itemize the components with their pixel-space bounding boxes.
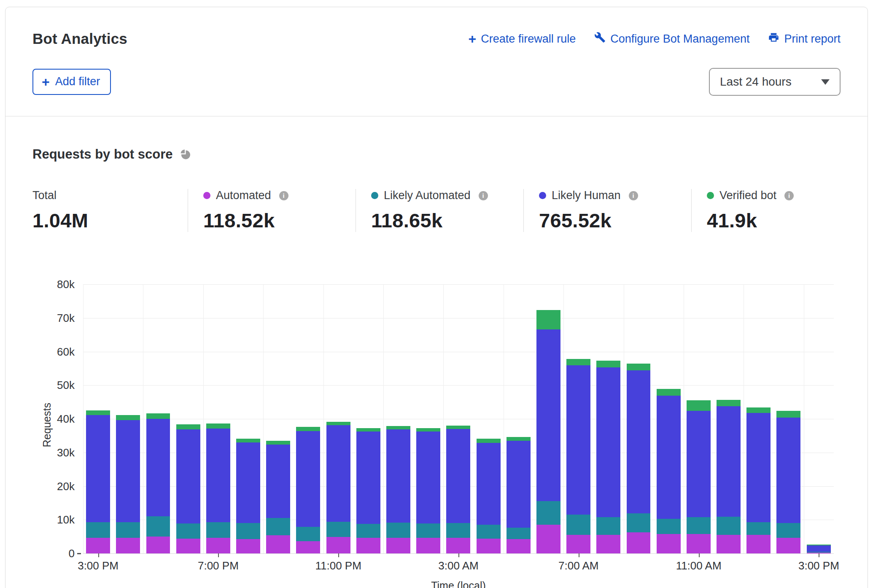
bar-segment-likely-human xyxy=(566,365,590,515)
chart-bar[interactable] xyxy=(86,410,110,553)
axis-tick xyxy=(338,553,339,557)
bar-slot xyxy=(323,284,353,553)
stat-block-verified-bot: Verified boti41.9k xyxy=(691,189,841,232)
bar-segment-likely-automated xyxy=(507,528,531,539)
axis-tick xyxy=(819,553,819,557)
bar-segment-likely-automated xyxy=(477,525,501,539)
stat-block-likely-automated: Likely Automatedi118.65k xyxy=(356,189,523,232)
chart-bar[interactable] xyxy=(536,310,560,553)
bar-segment-likely-automated xyxy=(86,522,110,538)
chart-bar[interactable] xyxy=(266,441,290,553)
bar-slot xyxy=(353,284,383,553)
info-icon[interactable]: i xyxy=(479,191,488,200)
bar-segment-likely-automated xyxy=(266,518,290,535)
bar-segment-automated xyxy=(746,535,771,553)
configure-bot-management-label: Configure Bot Management xyxy=(610,32,749,46)
info-icon[interactable]: i xyxy=(784,191,794,200)
chart-bar[interactable] xyxy=(717,400,741,553)
bar-segment-likely-automated xyxy=(356,524,380,538)
bars-layer xyxy=(83,284,834,553)
chart-bar[interactable] xyxy=(326,422,350,553)
y-axis-label: 60k xyxy=(32,345,75,358)
chart-bar[interactable] xyxy=(356,428,380,553)
add-filter-button[interactable]: + Add filter xyxy=(32,69,111,95)
chart-bar[interactable] xyxy=(657,389,681,553)
bar-segment-automated xyxy=(687,534,711,553)
bar-segment-automated xyxy=(356,538,380,553)
bar-slot xyxy=(563,284,593,553)
chart-bar[interactable] xyxy=(146,413,170,553)
y-axis-title: Requests xyxy=(41,396,53,455)
printer-icon xyxy=(768,32,779,46)
bar-segment-likely-automated xyxy=(687,517,711,534)
legend-dot xyxy=(203,192,210,199)
chart-bar[interactable] xyxy=(446,426,470,553)
bar-segment-likely-automated xyxy=(386,523,410,538)
bar-slot xyxy=(593,284,623,553)
header-actions: + Create firewall rule Configure Bot Man… xyxy=(468,32,841,46)
chart-bar[interactable] xyxy=(807,545,831,553)
bar-segment-verified-bot xyxy=(596,361,620,367)
bar-segment-verified-bot xyxy=(176,424,200,429)
bar-segment-likely-human xyxy=(416,432,440,523)
bar-segment-likely-human xyxy=(386,429,410,523)
bar-segment-verified-bot xyxy=(657,389,681,396)
bar-segment-likely-human xyxy=(807,545,831,552)
chart-bar[interactable] xyxy=(776,411,800,553)
chart-bar[interactable] xyxy=(507,437,531,553)
bar-segment-automated xyxy=(116,538,140,553)
bar-segment-verified-bot xyxy=(477,439,501,443)
time-range-select[interactable]: Last 24 hours xyxy=(709,68,841,96)
requests-chart: Time (local) 3:00 PM7:00 PM11:00 PM3:00 … xyxy=(32,284,841,588)
bar-segment-likely-human xyxy=(266,445,290,518)
x-axis-label: 7:00 AM xyxy=(558,559,598,572)
x-axis-title: Time (local) xyxy=(83,580,834,588)
axis-tick xyxy=(77,553,81,554)
bar-segment-likely-human xyxy=(776,418,800,523)
chart-bar[interactable] xyxy=(206,423,230,553)
x-axis-label: 7:00 PM xyxy=(198,559,239,572)
chart-bar[interactable] xyxy=(236,439,260,553)
bar-segment-verified-bot xyxy=(266,441,290,445)
time-range-value: Last 24 hours xyxy=(720,75,792,89)
bar-segment-likely-human xyxy=(146,419,170,516)
bar-segment-verified-bot xyxy=(386,426,410,429)
bar-slot xyxy=(443,284,473,553)
y-axis-label: 0 xyxy=(32,547,75,560)
chart-bar[interactable] xyxy=(746,407,771,553)
bar-segment-verified-bot xyxy=(206,423,230,429)
print-report-link[interactable]: Print report xyxy=(768,32,841,46)
bar-slot xyxy=(263,284,293,553)
bar-segment-automated xyxy=(717,535,741,553)
bar-slot xyxy=(744,284,773,553)
info-icon[interactable]: i xyxy=(629,191,638,200)
chart-bar[interactable] xyxy=(386,426,410,553)
chart-bar[interactable] xyxy=(176,424,200,553)
stat-value: 118.52k xyxy=(203,209,356,232)
bar-segment-likely-human xyxy=(477,443,501,525)
chart-bar[interactable] xyxy=(627,364,651,553)
pie-chart-icon xyxy=(180,148,191,160)
bar-segment-likely-automated xyxy=(596,517,620,535)
chart-bar[interactable] xyxy=(687,400,711,553)
chart-bar[interactable] xyxy=(296,427,320,553)
chart-bar[interactable] xyxy=(566,359,590,553)
section-title-row: Requests by bot score xyxy=(32,147,841,162)
chart-bar[interactable] xyxy=(596,361,620,553)
chart-bar[interactable] xyxy=(116,415,140,553)
info-icon[interactable]: i xyxy=(279,191,288,200)
chart-bar[interactable] xyxy=(416,428,440,553)
bar-segment-likely-automated xyxy=(746,522,771,535)
bar-segment-likely-automated xyxy=(146,516,170,537)
bar-segment-likely-human xyxy=(596,367,620,517)
stat-label-row: Likely Humani xyxy=(539,189,691,202)
chart-bar[interactable] xyxy=(477,439,501,553)
bar-segment-likely-human xyxy=(717,406,741,517)
configure-bot-management-link[interactable]: Configure Bot Management xyxy=(594,32,749,46)
bar-slot xyxy=(293,284,323,553)
analytics-content: Requests by bot score Total1.04MAutomate… xyxy=(5,147,868,588)
bar-segment-verified-bot xyxy=(86,410,110,415)
create-firewall-rule-link[interactable]: + Create firewall rule xyxy=(468,32,576,46)
legend-dot xyxy=(539,192,546,199)
bar-segment-automated xyxy=(657,534,681,553)
